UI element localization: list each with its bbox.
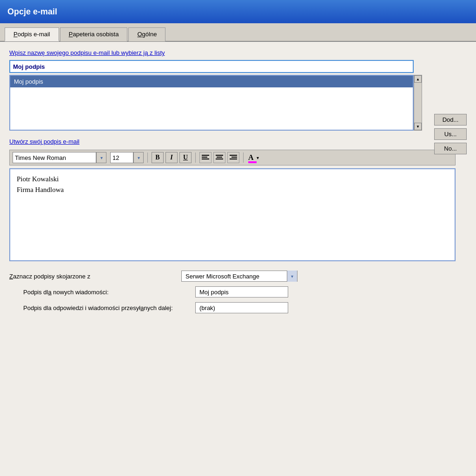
font-size-dropdown-button[interactable]: ▾ <box>133 152 144 163</box>
font-color-letter: A <box>248 153 254 162</box>
separator-2 <box>195 152 196 163</box>
server-select-value: Serwer Microsoft Exchange <box>182 272 287 281</box>
editor-line-2: Firma Handlowa <box>17 185 448 195</box>
tab-ogolne[interactable]: Ogólne <box>128 27 165 41</box>
create-section-label: Utwórz swój podpis e-mail <box>9 138 467 145</box>
font-color-bar <box>248 161 257 163</box>
tab-podpis[interactable]: Podpis e-mail <box>5 27 59 41</box>
server-select[interactable]: Serwer Microsoft Exchange ▾ <box>181 271 298 282</box>
new-message-signature-value: Moj podpis <box>199 289 229 296</box>
font-name-group: Times New Roman ▾ <box>13 152 106 163</box>
align-right-button[interactable] <box>227 152 239 163</box>
underline-button[interactable]: U <box>179 152 192 163</box>
align-center-button[interactable] <box>213 152 225 163</box>
font-name-value: Times New Roman <box>15 154 66 161</box>
dialog-title: Opcje e-mail <box>7 7 57 17</box>
signature-name-row <box>9 60 467 73</box>
font-name-dropdown-button[interactable]: ▾ <box>96 152 106 163</box>
tabs-bar: Podpis e-mail Papeteria osobista Ogólne <box>0 23 476 42</box>
signature-list[interactable]: Moj podpis <box>9 75 414 131</box>
scroll-up-button[interactable]: ▲ <box>414 75 422 83</box>
rename-button[interactable]: No... <box>434 143 467 154</box>
tab-podpis-label: Podpis e-mail <box>13 31 50 38</box>
separator-3 <box>243 152 244 163</box>
bold-button[interactable]: B <box>152 152 164 163</box>
font-size-group: 12 ▾ <box>110 152 144 163</box>
tab-papeteria[interactable]: Papeteria osobista <box>60 27 128 41</box>
editor-line-1: Piotr Kowalski <box>17 174 448 185</box>
list-item[interactable]: Moj podpis <box>10 76 413 87</box>
new-message-label: Podpis dla nowych wiadomości: <box>23 289 191 296</box>
signature-list-section-label: Wpisz nazwę swojego podpisu e-mail lub w… <box>9 49 467 56</box>
scroll-down-button[interactable]: ▼ <box>414 123 422 130</box>
add-button[interactable]: Dod... <box>434 114 467 126</box>
align-left-button[interactable] <box>199 152 212 163</box>
remove-button[interactable]: Us... <box>434 128 467 140</box>
right-buttons-panel: Dod... Us... No... <box>434 114 467 154</box>
list-item-label: Moj podpis <box>14 78 43 85</box>
font-name-select[interactable]: Times New Roman <box>13 152 96 163</box>
title-bar: Opcje e-mail <box>0 0 476 23</box>
signature-list-label-text: Wpisz nazwę swojego podpisu e-mail lub w… <box>9 49 165 56</box>
tab-papeteria-label: Papeteria osobista <box>69 31 119 38</box>
reply-label: Podpis dla odpowiedzi i wiadomości przes… <box>23 304 191 311</box>
font-size-value: 12 <box>112 154 119 161</box>
reply-row: Podpis dla odpowiedzi i wiadomości przes… <box>9 302 467 313</box>
signature-editor[interactable]: Piotr Kowalski Firma Handlowa <box>9 168 456 261</box>
content-area: Dod... Us... No... Wpisz nazwę swojego p… <box>0 42 476 321</box>
signature-list-wrapper: Moj podpis ▲ ▼ <box>9 75 467 131</box>
italic-button[interactable]: I <box>165 152 178 163</box>
formatting-toolbar: Times New Roman ▾ 12 ▾ B I U <box>9 150 456 165</box>
new-message-row: Podpis dla nowych wiadomości: Moj podpis <box>9 286 467 298</box>
server-select-dropdown-button[interactable]: ▾ <box>287 271 297 282</box>
tab-ogolne-label: Ogólne <box>137 31 157 38</box>
signature-name-input[interactable] <box>9 60 414 73</box>
reply-signature-value: (brak) <box>199 304 215 311</box>
bottom-section: Zaznacz podpisy skojarzone z Serwer Micr… <box>9 271 467 313</box>
reply-signature-field[interactable]: (brak) <box>195 302 288 313</box>
create-label-text: Utwórz swój podpis e-mail <box>9 138 79 145</box>
associate-row: Zaznacz podpisy skojarzone z Serwer Micr… <box>9 271 467 282</box>
associate-label: Zaznacz podpisy skojarzone z <box>9 273 177 280</box>
separator-1 <box>147 152 148 163</box>
font-size-select[interactable]: 12 <box>110 152 133 163</box>
list-scrollbar[interactable]: ▲ ▼ <box>414 75 422 131</box>
dialog-body: Podpis e-mail Papeteria osobista Ogólne … <box>0 23 476 476</box>
font-color-button[interactable]: A ▾ <box>247 152 260 163</box>
font-color-arrow: ▾ <box>257 155 259 160</box>
new-message-signature-field[interactable]: Moj podpis <box>195 286 288 298</box>
